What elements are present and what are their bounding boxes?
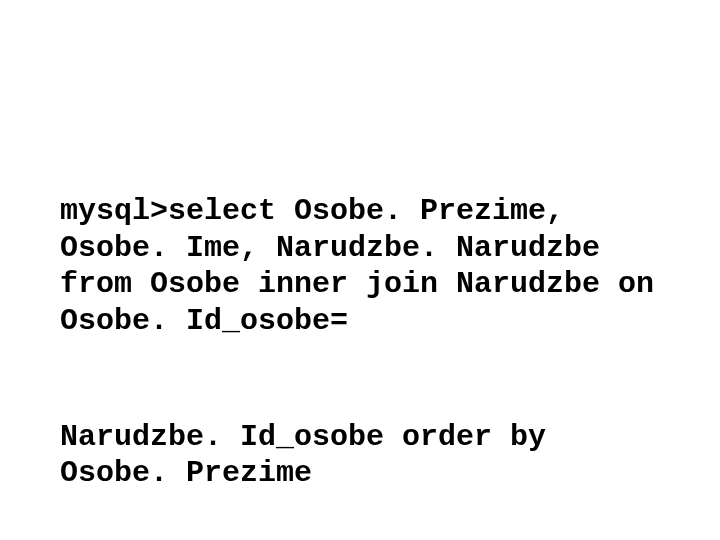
sql-statement-block: mysql>select Osobe. Prezime, Osobe. Ime,…: [60, 120, 660, 540]
document-page: mysql>select Osobe. Prezime, Osobe. Ime,…: [0, 0, 720, 540]
sql-line-1: mysql>select Osobe. Prezime, Osobe. Ime,…: [60, 193, 660, 339]
sql-line-2: Narudzbe. Id_osobe order by Osobe. Prezi…: [60, 419, 660, 492]
